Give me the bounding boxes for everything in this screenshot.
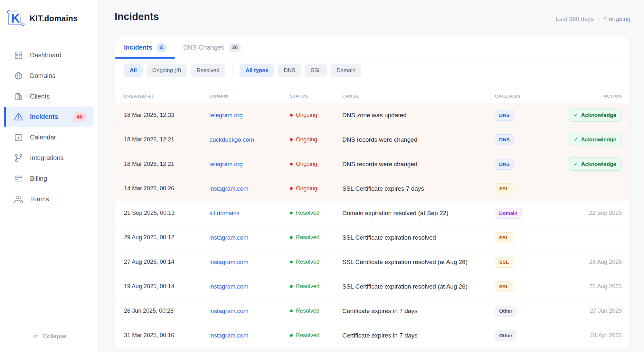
category-badge: SSL [495,257,513,268]
main-content: Incidents Last 360 days · 4 ongoing Inci… [99,0,644,352]
acknowledge-label: Acknowledge [581,112,616,119]
resolved-date: 27 Jun 2025 [590,308,622,314]
brand-name: KIT.domains [30,14,78,23]
created-at-cell: 29 Aug 2025, 00:12 [124,234,209,241]
cause-cell: Certificate expires in 7 days [342,332,495,339]
filter-group-divider [232,64,232,77]
status-dot-icon [290,163,293,166]
sidebar-item-calendar[interactable]: Calendar [0,127,98,147]
domain-link[interactable]: instagram.com [209,185,248,192]
sidebar-item-domains[interactable]: Domains [0,65,98,86]
action-cell: 28 Aug 2025 [562,259,622,265]
action-cell: ✓Acknowledge [562,109,622,122]
filter-chip-ongoing-4[interactable]: Ongoing (4) [147,64,187,77]
sidebar-item-billing[interactable]: Billing [0,168,98,189]
sidebar-item-integrations[interactable]: Integrations [0,147,98,168]
table-row: 14 Mar 2026, 00:26instagram.comOngoingSS… [115,176,630,201]
sidebar-item-label: Billing [30,175,47,182]
sidebar-item-label: Dashboard [30,52,62,59]
table-row: 26 Jun 2025, 00:28instagram.comResolvedC… [115,299,630,323]
tab-count-badge: 36 [229,43,242,52]
filter-chip-ssl[interactable]: SSL [305,64,327,77]
status-cell: Ongoing [290,136,342,143]
tab-dns-changes[interactable]: DNS Changes36 [175,36,250,59]
git-branch-icon [14,154,23,162]
status-dot-icon [290,261,293,263]
check-icon: ✓ [573,136,578,143]
status-cell: Resolved [290,259,342,265]
cause-cell: Domain expiration resolved (at Sep 22) [342,210,495,217]
incidents-card: Incidents4DNS Changes36 AllOngoing (4)Re… [115,36,630,347]
domain-link[interactable]: kit.domains [209,210,240,216]
sidebar-item-teams[interactable]: Teams [0,189,98,209]
category-badge: Other [495,330,516,341]
incidents-count-badge: 40 [72,112,87,122]
domain-cell: instagram.com [209,283,290,290]
created-at-cell: 21 Sep 2025, 00:13 [124,210,209,216]
domain-link[interactable]: telegram.org [209,161,243,167]
sidebar-item-dashboard[interactable]: Dashboard [0,45,98,65]
status-dot-icon [290,187,293,190]
status-cell: Resolved [290,210,342,216]
domain-link[interactable]: duckduckgo.com [209,136,254,143]
tab-bar: Incidents4DNS Changes36 [115,36,630,59]
filter-chip-dns[interactable]: DNS [278,64,301,77]
status-label: Ongoing [296,185,317,192]
resolved-date: 22 Sep 2025 [589,210,622,216]
status-cell: Resolved [290,308,342,314]
domain-link[interactable]: telegram.org [209,112,243,119]
tab-incidents[interactable]: Incidents4 [115,36,175,59]
cause-cell: DNS records were changed [342,136,495,143]
domain-link[interactable]: instagram.com [209,332,248,339]
globe-icon [14,71,23,80]
app-root: K KIT.domains DashboardDomainsClientsInc… [0,0,644,352]
acknowledge-button[interactable]: ✓Acknowledge [568,133,622,146]
domain-cell: telegram.org [209,112,290,119]
status-label: Resolved [296,259,319,265]
domain-link[interactable]: instagram.com [209,308,248,314]
domain-link[interactable]: instagram.com [209,234,248,241]
status-cell: Resolved [290,283,342,290]
status-label: Ongoing [296,136,317,143]
domain-link[interactable]: instagram.com [209,283,248,290]
collapse-button[interactable]: Collapse [0,324,98,352]
domain-link[interactable]: instagram.com [209,259,248,265]
filter-chip-all[interactable]: All [124,64,143,77]
column-header-created-at: CREATED AT [124,94,209,99]
status-dot-icon [290,138,293,141]
table-row: 18 Mar 2026, 12:21telegram.orgOngoingDNS… [115,152,630,176]
created-at-cell: 18 Mar 2026, 12:21 [124,161,209,167]
domain-cell: instagram.com [209,332,290,339]
meta-separator: · [598,15,600,23]
cause-cell: SSL Certificate expiration resolved (at … [342,283,495,290]
resolved-date: 01 Apr 2025 [591,332,622,338]
cause-cell: Certificate expires in 7 days [342,308,495,315]
brand-logo-icon: K [6,9,25,28]
chevrons-left-icon [32,333,39,340]
status-cell: Resolved [290,234,342,241]
filter-chip-resolved[interactable]: Resolved [191,64,225,77]
sidebar: K KIT.domains DashboardDomainsClientsInc… [0,0,99,352]
sidebar-item-label: Calendar [30,134,56,141]
action-cell: ✓Acknowledge [562,157,622,171]
acknowledge-button[interactable]: ✓Acknowledge [568,109,622,122]
grid-icon [14,51,23,60]
cause-cell: DNS zone was updated [342,112,495,119]
sidebar-item-clients[interactable]: Clients [0,86,98,107]
filter-bar: AllOngoing (4)ResolvedAll typesDNSSSLDom… [115,59,630,82]
header-meta: Last 360 days · 4 ongoing [556,15,630,23]
sidebar-item-label: Domains [30,72,55,80]
action-cell: ✓Acknowledge [562,133,622,146]
domain-cell: instagram.com [209,234,290,241]
action-cell: 26 Aug 2025 [562,283,622,290]
sidebar-item-incidents[interactable]: Incidents40 [4,107,94,127]
status-label: Resolved [296,332,319,339]
building-icon [14,92,23,101]
filter-chip-domain[interactable]: Domain [331,64,361,77]
brand-logo[interactable]: K KIT.domains [0,0,98,37]
acknowledge-button[interactable]: ✓Acknowledge [568,157,622,171]
filter-chip-all-types[interactable]: All types [240,64,274,77]
status-cell: Ongoing [290,161,342,167]
created-at-cell: 14 Mar 2026, 00:26 [124,185,209,192]
ongoing-summary: 4 ongoing [604,15,630,23]
